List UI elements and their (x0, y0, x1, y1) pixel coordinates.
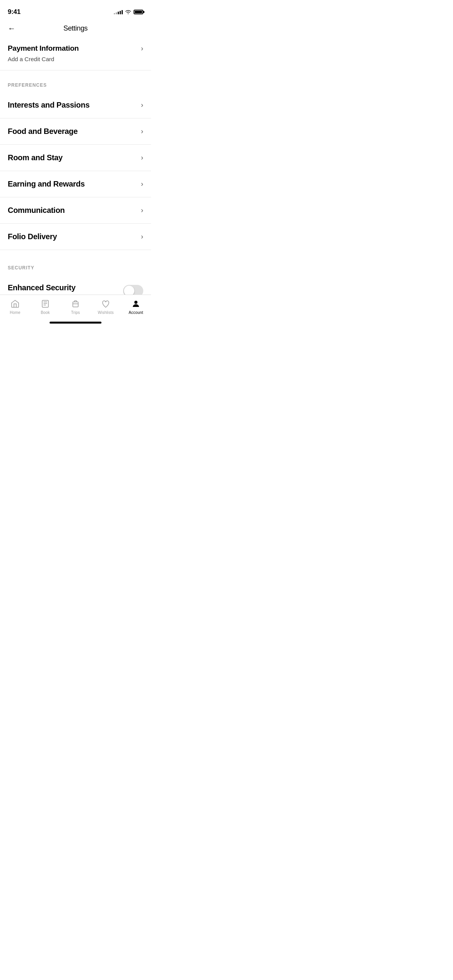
home-bar (50, 322, 101, 324)
enhanced-security-toggle[interactable] (123, 285, 143, 295)
nav-item-trips[interactable]: Trips (60, 299, 91, 315)
menu-item-interests-label: Interests and Passions (8, 101, 89, 110)
status-icons (114, 10, 143, 14)
nav-label-wishlists: Wishlists (98, 310, 113, 315)
payment-section: Payment Information › Add a Credit Card (0, 38, 151, 70)
nav-item-book[interactable]: Book (30, 299, 60, 315)
nav-label-book: Book (41, 310, 50, 315)
battery-icon (134, 10, 143, 14)
page-title: Settings (63, 24, 88, 33)
scroll-content: Payment Information › Add a Credit Card … (0, 38, 151, 295)
nav-item-account[interactable]: Account (121, 299, 151, 315)
menu-item-folio[interactable]: Folio Delivery › (0, 224, 151, 250)
preferences-label: PREFERENCES (8, 82, 47, 88)
security-section-header: SECURITY (0, 253, 151, 275)
preferences-section-header: PREFERENCES (0, 70, 151, 92)
payment-title: Payment Information (8, 44, 79, 53)
room-chevron-icon: › (141, 154, 143, 162)
menu-item-room[interactable]: Room and Stay › (0, 145, 151, 171)
menu-item-earning[interactable]: Earning and Rewards › (0, 171, 151, 197)
menu-item-room-label: Room and Stay (8, 153, 63, 162)
status-time: 9:41 (8, 8, 21, 16)
home-icon (10, 299, 20, 309)
nav-label-home: Home (10, 310, 20, 315)
nav-label-account: Account (129, 310, 143, 315)
enhanced-security-title: Enhanced Security (8, 283, 117, 292)
wifi-icon (125, 10, 131, 14)
menu-item-interests[interactable]: Interests and Passions › (0, 92, 151, 118)
security-label: SECURITY (8, 265, 34, 271)
security-section: SECURITY Enhanced Security Protect your … (0, 250, 151, 295)
status-bar: 9:41 (0, 0, 151, 19)
folio-chevron-icon: › (141, 233, 143, 241)
earning-chevron-icon: › (141, 180, 143, 188)
communication-chevron-icon: › (141, 206, 143, 214)
nav-label-trips: Trips (71, 310, 80, 315)
interests-chevron-icon: › (141, 101, 143, 109)
back-button[interactable]: ← (6, 22, 17, 34)
security-item-enhanced: Enhanced Security Protect your account w… (0, 275, 151, 295)
menu-item-food[interactable]: Food and Beverage › (0, 118, 151, 145)
back-arrow-icon: ← (8, 24, 15, 33)
svg-point-2 (134, 301, 137, 304)
menu-item-communication-label: Communication (8, 206, 65, 215)
svg-rect-0 (42, 300, 48, 307)
nav-item-home[interactable]: Home (0, 299, 30, 315)
book-icon (40, 299, 50, 309)
menu-item-food-label: Food and Beverage (8, 127, 78, 136)
nav-item-wishlists[interactable]: Wishlists (91, 299, 121, 315)
toggle-thumb (124, 286, 134, 295)
payment-chevron-icon: › (141, 45, 143, 53)
nav-header: ← Settings (0, 19, 151, 38)
menu-item-folio-label: Folio Delivery (8, 232, 57, 241)
heart-icon (101, 299, 111, 309)
payment-header[interactable]: Payment Information › (8, 38, 143, 54)
food-chevron-icon: › (141, 127, 143, 135)
menu-item-earning-label: Earning and Rewards (8, 180, 85, 188)
svg-rect-1 (73, 302, 78, 307)
payment-subtitle: Add a Credit Card (8, 54, 143, 70)
enhanced-security-content: Enhanced Security Protect your account w… (8, 283, 123, 295)
signal-icon (114, 10, 123, 14)
person-icon (131, 299, 141, 309)
trips-icon (70, 299, 81, 309)
menu-item-communication[interactable]: Communication › (0, 197, 151, 224)
